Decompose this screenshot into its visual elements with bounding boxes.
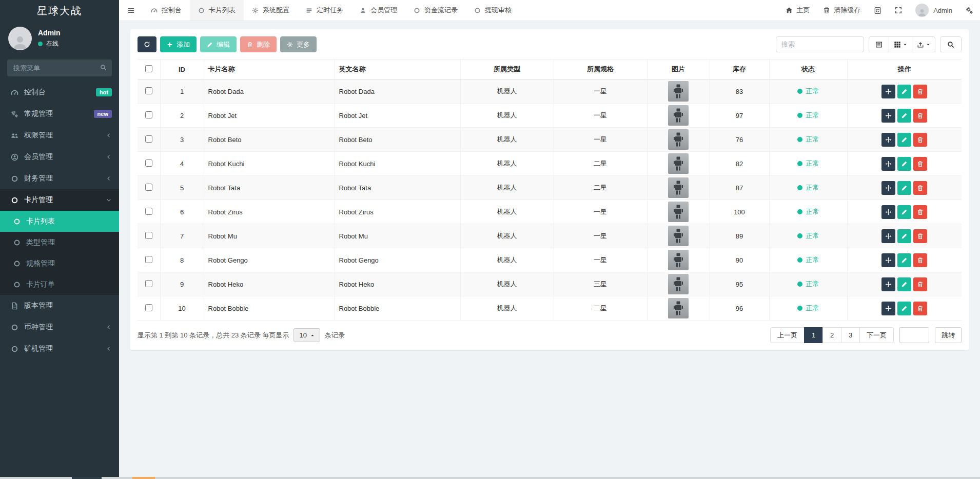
- row-checkbox[interactable]: [145, 184, 152, 191]
- delete-row-button[interactable]: [913, 109, 927, 123]
- prev-page-button[interactable]: 上一页: [770, 327, 805, 343]
- page-jump-input[interactable]: [899, 327, 929, 343]
- move-row-button[interactable]: [881, 253, 895, 267]
- sidebar-item-permissions[interactable]: 权限管理: [0, 125, 119, 146]
- tab-members[interactable]: 会员管理: [351, 0, 405, 21]
- edit-row-button[interactable]: [897, 109, 911, 123]
- sidebar-menu: 控制台hot常规管理new权限管理会员管理财务管理卡片管理卡片列表类型管理规格管…: [0, 82, 119, 477]
- row-checkbox[interactable]: [145, 208, 152, 215]
- tab-withdraw-audit[interactable]: 提现审核: [466, 0, 520, 21]
- move-row-button[interactable]: [881, 85, 895, 98]
- sidebar-search-input[interactable]: [7, 59, 112, 76]
- home-link[interactable]: 主页: [779, 0, 816, 21]
- table-footer: 显示第 1 到第 10 条记录，总共 23 条记录 每页显示 10 条记录 上一…: [138, 327, 962, 343]
- trash-icon: [917, 112, 924, 119]
- sidebar-item-type-management[interactable]: 类型管理: [0, 232, 119, 253]
- sidebar-item-members[interactable]: 会员管理: [0, 146, 119, 168]
- row-checkbox[interactable]: [145, 304, 152, 311]
- move-row-button[interactable]: [881, 133, 895, 147]
- row-checkbox[interactable]: [145, 87, 152, 94]
- toggle-view-button[interactable]: [869, 36, 889, 52]
- delete-row-button[interactable]: [913, 133, 927, 147]
- delete-row-button[interactable]: [913, 205, 927, 219]
- edit-row-button[interactable]: [897, 253, 911, 267]
- move-row-button[interactable]: [881, 205, 895, 219]
- search-icon[interactable]: [100, 64, 107, 71]
- delete-row-button[interactable]: [913, 253, 927, 267]
- sidebar-item-general[interactable]: 常规管理new: [0, 103, 119, 125]
- delete-button[interactable]: 删除: [240, 36, 277, 52]
- tab-fund-records[interactable]: 资金流记录: [405, 0, 466, 21]
- person-icon: [917, 7, 927, 17]
- add-button[interactable]: 添加: [160, 36, 197, 52]
- row-checkbox[interactable]: [145, 280, 152, 287]
- edit-row-button[interactable]: [897, 302, 911, 315]
- row-checkbox[interactable]: [145, 159, 152, 167]
- more-button[interactable]: 更多: [280, 36, 317, 52]
- edit-row-button[interactable]: [897, 181, 911, 195]
- edit-row-button[interactable]: [897, 85, 911, 98]
- delete-row-button[interactable]: [913, 277, 927, 291]
- sidebar-item-card-list[interactable]: 卡片列表: [0, 211, 119, 232]
- fullscreen-button[interactable]: [888, 0, 909, 21]
- delete-row-button[interactable]: [913, 302, 927, 315]
- sidebar-toggle-button[interactable]: [119, 0, 143, 21]
- move-row-button[interactable]: [881, 229, 895, 243]
- page-button-1[interactable]: 1: [804, 327, 823, 343]
- delete-row-button[interactable]: [913, 85, 927, 98]
- columns-button[interactable]: [889, 36, 912, 52]
- edit-row-button[interactable]: [897, 229, 911, 243]
- settings-button[interactable]: [959, 0, 980, 21]
- move-row-button[interactable]: [881, 157, 895, 171]
- page-size-select[interactable]: 10: [293, 328, 320, 342]
- tab-cron-tasks[interactable]: 定时任务: [298, 0, 351, 21]
- cards-table: ID卡片名称英文名称所属类型所属规格图片库存状态操作 1Robot DadaRo…: [138, 59, 962, 321]
- move-row-button[interactable]: [881, 109, 895, 123]
- delete-row-button[interactable]: [913, 157, 927, 171]
- row-checkbox[interactable]: [145, 232, 152, 239]
- refresh-page-button[interactable]: [867, 0, 888, 21]
- page-button-2[interactable]: 2: [822, 327, 841, 343]
- tab-console[interactable]: 控制台: [143, 0, 190, 21]
- move-row-button[interactable]: [881, 181, 895, 195]
- tab-system-config[interactable]: 系统配置: [244, 0, 298, 21]
- row-checkbox[interactable]: [145, 135, 152, 143]
- sidebar-item-version[interactable]: 版本管理: [0, 295, 119, 316]
- robot-icon: [672, 301, 684, 316]
- sidebar-item-card-orders[interactable]: 卡片订单: [0, 274, 119, 295]
- page-jump-button[interactable]: 跳转: [935, 327, 962, 343]
- sidebar-item-miner[interactable]: 矿机管理: [0, 338, 119, 360]
- sidebar-item-console[interactable]: 控制台hot: [0, 82, 119, 103]
- row-checkbox[interactable]: [145, 111, 152, 118]
- edit-row-button[interactable]: [897, 205, 911, 219]
- search-button[interactable]: [940, 36, 962, 52]
- row-checkbox[interactable]: [145, 256, 152, 263]
- edit-row-button[interactable]: [897, 133, 911, 147]
- edit-row-button[interactable]: [897, 277, 911, 291]
- next-page-button[interactable]: 下一页: [859, 327, 894, 343]
- circle-icon: [11, 175, 18, 183]
- refresh-button[interactable]: [138, 36, 156, 52]
- robot-thumbnail: [668, 226, 689, 246]
- sidebar-item-spec-management[interactable]: 规格管理: [0, 253, 119, 274]
- user-menu[interactable]: Admin: [909, 0, 959, 21]
- move-row-button[interactable]: [881, 277, 895, 291]
- sidebar-item-cards[interactable]: 卡片管理: [0, 189, 119, 211]
- table-header-row: ID卡片名称英文名称所属类型所属规格图片库存状态操作: [138, 59, 962, 79]
- sidebar-item-finance[interactable]: 财务管理: [0, 168, 119, 189]
- delete-row-button[interactable]: [913, 229, 927, 243]
- move-row-button[interactable]: [881, 302, 895, 315]
- export-button[interactable]: [912, 36, 935, 52]
- table-search-input[interactable]: [776, 36, 864, 52]
- select-all-checkbox[interactable]: [145, 65, 152, 72]
- horizontal-scrollbar[interactable]: [0, 477, 980, 479]
- clear-cache-link[interactable]: 清除缓存: [816, 0, 867, 21]
- edit-button[interactable]: 编辑: [200, 36, 237, 52]
- sidebar-item-currency[interactable]: 币种管理: [0, 316, 119, 338]
- tab-card-list[interactable]: 卡片列表: [190, 0, 244, 21]
- page-button-3[interactable]: 3: [841, 327, 860, 343]
- sidebar-item-label: 会员管理: [24, 152, 100, 162]
- scrollbar-thumb[interactable]: [72, 477, 102, 479]
- delete-row-button[interactable]: [913, 181, 927, 195]
- edit-row-button[interactable]: [897, 157, 911, 171]
